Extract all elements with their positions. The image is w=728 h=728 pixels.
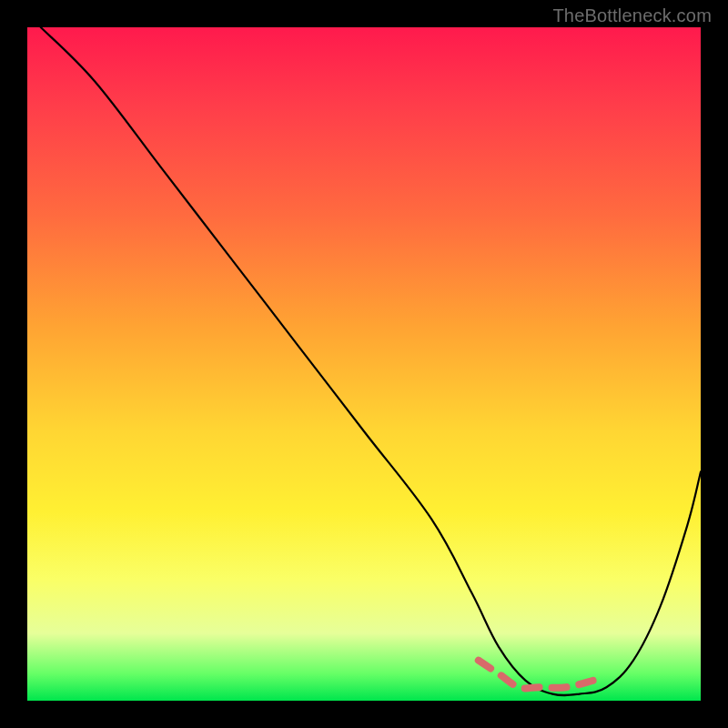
chart-svg	[27, 27, 701, 701]
optimal-range-marker	[479, 661, 593, 689]
plot-area	[27, 27, 701, 701]
bottleneck-curve	[41, 27, 701, 695]
watermark-text: TheBottleneck.com	[552, 5, 712, 26]
chart-frame: TheBottleneck.com	[0, 0, 728, 728]
